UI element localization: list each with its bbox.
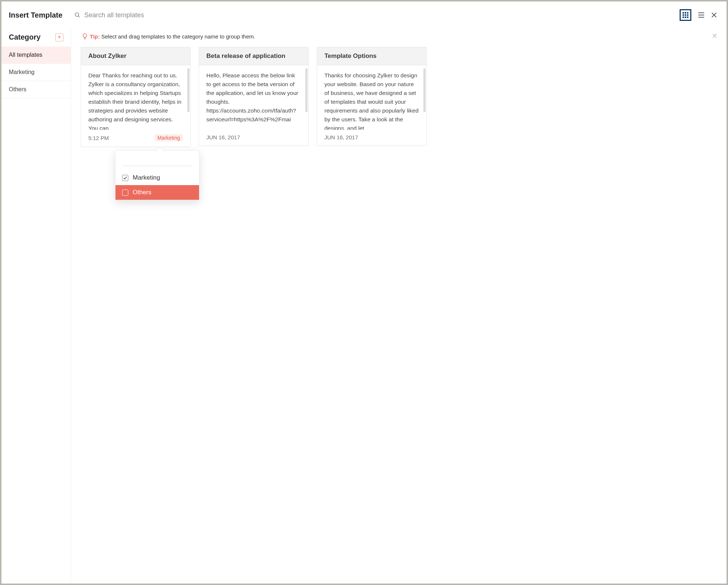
tip-label: Tip: (90, 33, 100, 40)
svg-rect-5 (683, 14, 684, 16)
search-area (71, 11, 680, 19)
sidebar-item-all-templates[interactable]: All templates (1, 47, 71, 64)
svg-rect-4 (687, 12, 688, 14)
category-sidebar: Category + All templates Marketing Other… (1, 29, 71, 584)
checkbox-empty-icon (122, 190, 128, 196)
popover-search-input[interactable] (122, 156, 192, 166)
template-card-footer: JUN 16, 2017 (199, 130, 308, 146)
grid-view-button[interactable] (680, 9, 691, 21)
popover-option-marketing[interactable]: Marketing (115, 170, 199, 185)
topbar-actions (680, 9, 727, 21)
template-card-title: Template Options (317, 47, 426, 65)
svg-rect-8 (683, 16, 684, 18)
category-heading: Category (9, 33, 41, 41)
popover-option-label: Marketing (133, 174, 160, 181)
template-card-body: Hello, Please access the below link to g… (199, 65, 308, 130)
card-scrollbar[interactable] (423, 68, 426, 112)
svg-rect-6 (685, 14, 686, 16)
template-card-time: JUN 16, 2017 (324, 134, 358, 140)
svg-point-0 (75, 13, 79, 16)
svg-rect-2 (683, 12, 684, 14)
tip-icon (82, 33, 88, 40)
template-card-footer: JUN 16, 2017 (317, 130, 426, 146)
tip-bar: Tip: Select and drag templates to the ca… (71, 29, 727, 44)
template-card-body: Dear Thanks for reaching out to us. Zylk… (81, 65, 190, 130)
search-input[interactable] (84, 11, 677, 19)
template-card-title: Beta release of application (199, 47, 308, 65)
category-popover: Marketing Others (115, 150, 199, 200)
popover-option-others[interactable]: Others (115, 185, 199, 200)
dialog-body: Category + All templates Marketing Other… (1, 29, 727, 584)
svg-rect-10 (687, 16, 688, 18)
svg-rect-7 (687, 14, 688, 16)
dialog-title-area: Insert Template (1, 1, 71, 29)
template-card-title: About Zylker (81, 47, 190, 65)
template-card-time: JUN 16, 2017 (206, 134, 240, 140)
svg-rect-3 (685, 12, 686, 14)
list-view-button[interactable] (698, 12, 705, 18)
popover-option-label: Others (133, 189, 151, 196)
template-card-tag[interactable]: Marketing (155, 134, 183, 141)
dialog-title: Insert Template (9, 11, 62, 19)
tip-text: Select and drag templates to the categor… (101, 33, 255, 40)
template-card[interactable]: About Zylker Dear Thanks for reaching ou… (81, 47, 191, 147)
add-category-button[interactable]: + (55, 33, 63, 41)
category-header: Category + (1, 29, 71, 47)
main-panel: Tip: Select and drag templates to the ca… (71, 29, 727, 584)
template-card-footer: 5:12 PM Marketing (81, 130, 190, 147)
card-scrollbar[interactable] (305, 68, 308, 112)
tip-close-button[interactable] (712, 33, 717, 40)
popover-input-wrap (122, 156, 192, 166)
template-card-time: 5:12 PM (88, 135, 109, 141)
sidebar-item-marketing[interactable]: Marketing (1, 64, 71, 81)
search-icon (74, 12, 81, 18)
topbar: Insert Template (1, 1, 727, 29)
checkbox-checked-icon (122, 175, 128, 181)
close-dialog-button[interactable] (711, 12, 717, 18)
sidebar-item-others[interactable]: Others (1, 81, 71, 98)
template-card-body: Thanks for choosing Zylker to design you… (317, 65, 426, 130)
template-card[interactable]: Beta release of application Hello, Pleas… (199, 47, 309, 146)
card-scrollbar[interactable] (187, 68, 190, 112)
template-cards: About Zylker Dear Thanks for reaching ou… (71, 44, 727, 147)
template-card[interactable]: Template Options Thanks for choosing Zyl… (317, 47, 427, 146)
insert-template-dialog: Insert Template (1, 1, 727, 584)
svg-line-1 (78, 16, 80, 17)
svg-rect-9 (685, 16, 686, 18)
